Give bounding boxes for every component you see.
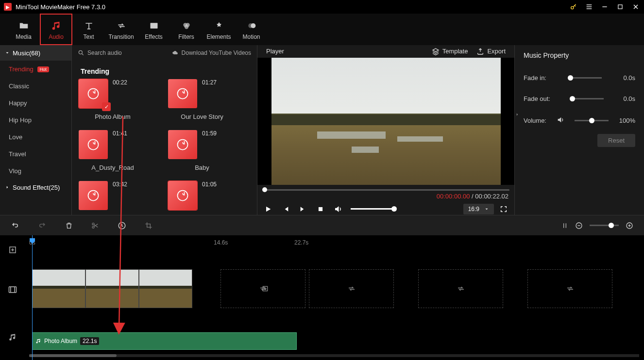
tab-effects[interactable]: Effects	[137, 14, 170, 45]
collapse-panel-icon[interactable]	[515, 111, 520, 120]
folder-icon	[18, 19, 29, 33]
video-track-icon	[0, 280, 25, 299]
maximize-icon[interactable]	[616, 2, 625, 11]
fit-timeline-icon[interactable]	[561, 222, 568, 229]
tab-motion[interactable]: Motion	[235, 14, 268, 45]
volume-icon[interactable]	[333, 204, 343, 214]
next-frame-button[interactable]	[298, 204, 308, 214]
undo-button[interactable]	[11, 221, 19, 230]
tab-media[interactable]: Media	[7, 14, 40, 45]
time-display: 00:00:00.00 / 00:00:22.02	[257, 192, 514, 203]
audio-card-photo-album[interactable]: 00:22 ✓ Photo Album	[79, 79, 147, 120]
svg-point-17	[178, 89, 188, 99]
svg-point-13	[248, 23, 253, 28]
titlebar: ▶ MiniTool MovieMaker Free 7.3.0	[0, 0, 644, 14]
drop-target-icon[interactable]	[260, 269, 270, 308]
zoom-slider[interactable]	[590, 225, 619, 226]
audio-track[interactable]: Photo Album 22.1s	[27, 332, 639, 352]
svg-point-16	[88, 89, 99, 99]
chevron-down-icon	[484, 207, 489, 212]
split-button[interactable]	[91, 222, 99, 229]
upgrade-key-icon[interactable]	[569, 2, 578, 11]
volume-slider[interactable]	[351, 208, 394, 210]
category-sidebar: Music(68) Trending Hot Classic Happy Hip…	[0, 45, 72, 215]
audio-thumb-icon	[168, 79, 197, 108]
zoom-out-button[interactable]	[575, 222, 583, 229]
reset-button[interactable]: Reset	[597, 134, 635, 147]
audio-thumb-icon	[79, 130, 108, 159]
playback-progress[interactable]	[257, 188, 514, 192]
close-icon[interactable]	[631, 2, 640, 11]
audio-card-5[interactable]: 03:42	[79, 181, 147, 210]
playhead[interactable]	[32, 235, 33, 360]
property-title: Music Property	[515, 45, 644, 65]
audio-thumb-icon	[168, 181, 197, 210]
audio-card-baby[interactable]: 01:59 Baby	[168, 130, 236, 171]
aspect-ratio-select[interactable]: 16:9	[463, 204, 494, 214]
timeline-ruler[interactable]: 0s 14.6s 22.7s	[0, 235, 644, 255]
video-clip[interactable]	[139, 269, 192, 308]
timeline-scrollbar[interactable]	[29, 354, 639, 357]
transition-slot[interactable]	[527, 269, 612, 308]
download-youtube-link[interactable]: Download YouTube Videos	[172, 49, 251, 56]
svg-point-0	[571, 6, 574, 9]
audio-card-our-love-story[interactable]: 01:27 Our Love Story	[168, 79, 236, 120]
sidebar-item-classic[interactable]: Classic	[0, 78, 71, 95]
menu-icon[interactable]	[585, 2, 593, 11]
sidebar-item-trending[interactable]: Trending Hot	[0, 61, 71, 78]
transition-slot[interactable]	[309, 269, 394, 308]
sidebar-head-music[interactable]: Music(68)	[0, 45, 71, 61]
delete-button[interactable]	[65, 222, 73, 229]
sidebar-head-soundeffect[interactable]: Sound Effect(25)	[0, 180, 71, 195]
layers-icon	[432, 48, 440, 55]
template-button[interactable]: Template	[432, 48, 468, 55]
crop-button[interactable]	[145, 222, 153, 229]
tab-filters[interactable]: Filters	[170, 14, 203, 45]
prev-frame-button[interactable]	[281, 204, 290, 214]
preview-player: Player Template Export	[257, 45, 515, 215]
fade-in-value: 0.0s	[623, 74, 635, 82]
volume-value: 100%	[619, 117, 635, 124]
transition-slot[interactable]	[418, 269, 503, 308]
tab-transition[interactable]: Transition	[105, 14, 137, 45]
sidebar-item-hiphop[interactable]: Hip Hop	[0, 112, 71, 129]
speed-button[interactable]	[118, 221, 126, 230]
svg-point-20	[88, 191, 99, 201]
sidebar-item-vlog[interactable]: Vlog	[0, 163, 71, 180]
redo-button[interactable]	[38, 221, 47, 230]
sidebar-item-travel[interactable]: Travel	[0, 146, 71, 163]
tab-audio[interactable]: Audio	[40, 14, 72, 45]
export-button[interactable]: Export	[476, 48, 506, 55]
text-icon	[84, 19, 94, 33]
audio-card-6[interactable]: 01:05	[168, 181, 236, 210]
sidebar-item-love[interactable]: Love	[0, 129, 71, 146]
svg-point-19	[178, 140, 188, 150]
audio-card-dusty-road[interactable]: 01:41 A_Dusty_Road	[79, 130, 147, 171]
video-track[interactable]	[27, 269, 639, 309]
fade-in-slider[interactable]	[568, 77, 602, 79]
speaker-icon[interactable]	[557, 116, 564, 125]
audio-clip[interactable]: Photo Album 22.1s	[32, 332, 297, 350]
zoom-in-button[interactable]	[626, 222, 633, 229]
fullscreen-button[interactable]	[499, 204, 508, 214]
stop-button[interactable]	[316, 204, 325, 214]
search-input[interactable]: Search audio	[78, 49, 122, 56]
fade-out-label: Fade out:	[524, 95, 550, 102]
audio-track-icon	[0, 330, 25, 344]
volume-slider-prop[interactable]	[575, 120, 609, 121]
fade-out-slider[interactable]	[570, 98, 604, 99]
svg-rect-34	[9, 287, 17, 293]
minimize-icon[interactable]	[600, 2, 609, 11]
play-button[interactable]	[263, 204, 273, 214]
player-title: Player	[266, 48, 284, 55]
tab-text[interactable]: Text	[72, 14, 105, 45]
svg-point-14	[79, 50, 82, 54]
section-title: Trending	[79, 64, 250, 79]
timeline[interactable]: 0s 14.6s 22.7s Photo Album 22.1s	[0, 235, 644, 360]
tab-elements[interactable]: Elements	[203, 14, 235, 45]
video-clip[interactable]	[85, 269, 139, 308]
sidebar-item-happy[interactable]: Happy	[0, 95, 71, 112]
add-track-icon[interactable]	[0, 243, 25, 257]
video-clip[interactable]	[32, 269, 85, 308]
svg-rect-5	[618, 5, 622, 9]
